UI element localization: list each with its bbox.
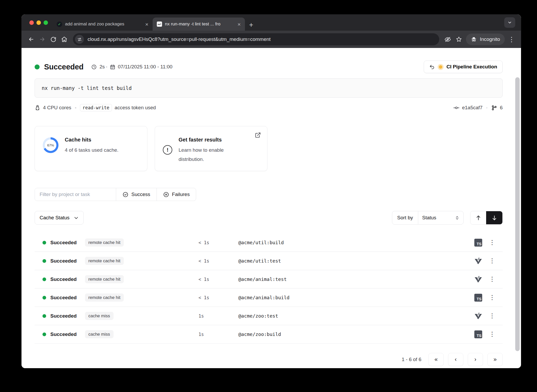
task-row[interactable]: Succeeded cache miss 1s @acme/zoo:test ⋮ [35,307,503,325]
run-time-range: 07/11/2025 11:00 - 11:00 [110,64,173,70]
sort-descending-button[interactable] [486,211,502,224]
status-dot [42,333,46,336]
typescript-icon: TS [474,294,482,302]
task-name[interactable]: @acme/zoo:test [238,313,469,319]
sort-value: Status [422,215,436,221]
sort-ascending-button[interactable] [470,211,486,224]
tab-title: add animal and zoo packages [65,21,124,27]
maximize-window-button[interactable] [44,20,48,25]
task-name[interactable]: @acme/util:test [238,258,469,264]
address-bar[interactable]: cloud.nx.app/runs/agsvEHsQc8?utm_source=… [73,33,439,45]
forward-button[interactable] [37,34,48,45]
close-tab-icon[interactable]: × [238,21,241,27]
cache-status-badge: remote cache hit [85,238,124,247]
task-duration: < 1s [198,258,238,264]
row-menu-button[interactable]: ⋮ [487,294,497,301]
cache-badge-cell: remote cache hit [85,275,198,283]
check-circle-icon [122,192,128,198]
commit-hash[interactable]: e1a5caf7 [462,105,482,111]
eye-off-icon[interactable] [442,34,453,45]
new-tab-button[interactable]: + [246,19,256,31]
page-content: Succeeded 2s 07/11/2025 11:00 - 11:00 CI… [22,61,521,368]
cpu-cores-text: 4 CPU cores [43,105,71,111]
command-text: nx run-many -t lint test build [42,85,132,91]
vcs-meta: e1a5caf7 6 [453,105,503,111]
site-info-icon[interactable] [75,35,84,44]
first-page-button[interactable]: « [428,353,444,366]
external-link-icon[interactable] [255,132,261,138]
tab-search-button[interactable] [504,17,515,28]
info-exclamation-icon: ! [163,145,172,155]
task-name[interactable]: @acme/zoo:build [238,331,469,337]
branch-count[interactable]: 6 [500,105,503,111]
arrow-up-icon [475,215,481,221]
task-row[interactable]: Succeeded remote cache hit < 1s @acme/ut… [35,233,503,252]
status-dot [42,296,46,300]
task-status: Succeeded [42,295,85,301]
summary-cards: 67% Cache hits 4 of 6 tasks used cache. … [35,126,503,171]
task-status-label: Succeeded [50,258,77,264]
filter-failures-label: Failures [172,192,190,197]
row-menu-button[interactable]: ⋮ [487,276,497,283]
nx-cloud-favicon [157,21,162,27]
task-row[interactable]: Succeeded remote cache hit < 1s @acme/an… [35,288,503,307]
home-button[interactable] [59,34,70,45]
task-row[interactable]: Succeeded remote cache hit < 1s @acme/ut… [35,252,503,270]
row-menu-button[interactable]: ⋮ [487,331,497,338]
row-menu-button[interactable]: ⋮ [487,312,497,319]
minimize-window-button[interactable] [36,20,41,25]
task-name[interactable]: @acme/animal:test [238,276,469,282]
url-text: cloud.nx.app/runs/agsvEHsQc8?utm_source=… [88,36,271,42]
task-name[interactable]: @acme/animal:build [238,295,469,300]
sort-select[interactable]: Status [418,211,463,224]
filter-success-button[interactable]: Success [116,188,157,201]
duration-text: 2s [99,64,105,70]
bookmark-star-icon[interactable] [453,34,464,45]
task-row[interactable]: Succeeded cache miss 1s @acme/zoo:build … [35,325,503,344]
back-button[interactable] [26,34,37,45]
tabs: ✓ add animal and zoo packages × nx run-m… [52,14,256,31]
close-tab-icon[interactable]: × [145,21,148,27]
cache-status-badge: remote cache hit [85,293,124,302]
row-menu-button[interactable]: ⋮ [487,257,497,264]
filter-bar: Success Failures [35,188,196,201]
row-menu-button[interactable]: ⋮ [487,239,497,246]
filter-input[interactable] [35,188,116,201]
cache-badge-cell: remote cache hit [85,257,198,265]
prev-page-button[interactable]: ‹ [448,353,463,366]
run-status-title: Succeeded [44,63,83,71]
task-tool-cell [469,275,487,283]
cache-percent: 67% [45,139,56,151]
tab-pull-request[interactable]: ✓ add animal and zoo packages × [52,18,153,31]
page-scrollbar[interactable] [515,77,520,351]
close-window-button[interactable] [29,20,34,25]
filter-failures-button[interactable]: Failures [157,188,196,201]
window-controls [29,20,48,25]
task-name[interactable]: @acme/util:build [238,240,469,245]
tab-title: nx run-many -t lint test ... fro [165,21,221,27]
status-dot [42,277,46,281]
incognito-badge[interactable]: Incognito [466,34,505,45]
distribution-card-body: Learn how to enable distribution. [179,145,244,164]
task-list: Succeeded remote cache hit < 1s @acme/ut… [35,233,503,344]
task-status: Succeeded [42,276,85,282]
browser-menu-button[interactable]: ⋮ [506,34,517,45]
ci-pipeline-execution-button[interactable]: CI Pipeline Execution [424,61,503,73]
github-check-icon: ✓ [57,21,62,27]
task-status-label: Succeeded [50,313,77,319]
distribution-card[interactable]: ! Get faster results Learn how to enable… [155,126,267,171]
x-circle-icon [163,192,169,198]
chevron-down-icon [74,215,79,220]
cache-hits-card: 67% Cache hits 4 of 6 tasks used cache. [35,126,147,171]
undo-arrow-icon [429,64,435,70]
cache-badge-cell: remote cache hit [85,238,198,247]
next-page-button[interactable]: › [468,353,483,366]
last-page-button[interactable]: » [487,353,503,366]
reload-button[interactable] [48,34,59,45]
cache-status-dropdown[interactable]: Cache Status [35,211,84,225]
task-duration: < 1s [198,295,238,300]
separator-dot [486,107,487,108]
browser-toolbar: cloud.nx.app/runs/agsvEHsQc8?utm_source=… [22,31,521,48]
task-row[interactable]: Succeeded remote cache hit < 1s @acme/an… [35,270,503,288]
tab-nx-run[interactable]: nx run-many -t lint test ... fro × [153,18,245,31]
